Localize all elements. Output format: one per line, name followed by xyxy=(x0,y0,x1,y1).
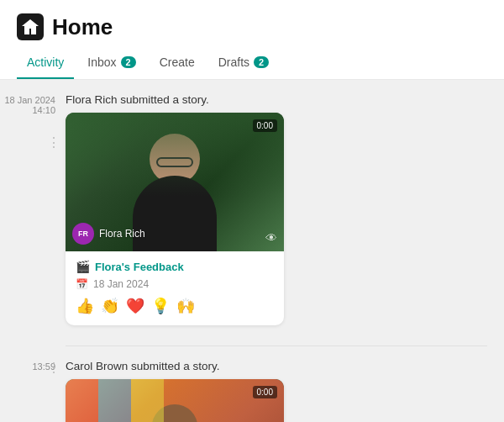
reactions-row: 👍 👏 ❤️ 💡 🙌 xyxy=(76,297,274,315)
tab-inbox[interactable]: Inbox 2 xyxy=(77,47,145,79)
avatar: FR xyxy=(72,223,94,245)
activity-description: Flora Rich submitted a story. xyxy=(66,93,487,106)
reaction-clap[interactable]: 👏 xyxy=(101,297,119,315)
home-icon xyxy=(17,13,44,40)
card-title[interactable]: Flora's Feedback xyxy=(95,261,184,273)
thumbnail-image xyxy=(66,379,284,422)
card-title-row: 🎬 Flora's Feedback xyxy=(76,260,274,273)
reaction-heart[interactable]: ❤️ xyxy=(126,297,144,315)
eye-icon[interactable]: 👁 xyxy=(265,231,277,245)
activity-description: Carol Brown submitted a story. xyxy=(66,360,487,372)
video-thumbnail[interactable]: 0:00 FR Flora Rich 👁 xyxy=(66,113,284,251)
card-body: 🎬 Flora's Feedback 📅 18 Jan 2024 👍 👏 ❤️ … xyxy=(66,251,284,325)
list-item: 18 Jan 2024 14:10 Flora Rich submitted a… xyxy=(0,93,504,346)
activity-content: Carol Brown submitted a story. xyxy=(66,360,504,422)
video-duration: 0:00 xyxy=(253,119,277,132)
stripe xyxy=(98,379,131,422)
reaction-raise[interactable]: 🙌 xyxy=(176,297,195,315)
activity-divider xyxy=(66,346,487,346)
inbox-badge: 2 xyxy=(121,56,136,68)
activity-time: 14:10 xyxy=(32,105,55,115)
card-date: 18 Jan 2024 xyxy=(93,278,149,290)
list-item: 13:59 Carol Brown submitted a story. xyxy=(0,360,504,422)
tab-create[interactable]: Create xyxy=(150,47,205,79)
activity-content: Flora Rich submitted a story. xyxy=(66,93,504,325)
page-title: Home xyxy=(52,14,113,40)
tabs-nav: Activity Inbox 2 Create Drafts 2 xyxy=(0,47,504,80)
time-column: 18 Jan 2024 14:10 xyxy=(0,93,66,325)
header: Home xyxy=(0,0,504,47)
activity-date: 18 Jan 2024 xyxy=(4,95,55,105)
video-thumbnail[interactable]: 0:00 CB xyxy=(66,379,284,422)
card-title-icon: 🎬 xyxy=(76,260,90,273)
more-options-button[interactable]: ⋮ xyxy=(47,361,60,375)
video-person-name: Flora Rich xyxy=(99,228,145,240)
tab-drafts[interactable]: Drafts 2 xyxy=(208,47,279,79)
reaction-bulb[interactable]: 💡 xyxy=(151,297,170,315)
stripe xyxy=(66,379,98,422)
video-avatar-row: FR Flora Rich xyxy=(72,223,145,245)
card-date-row: 📅 18 Jan 2024 xyxy=(76,278,274,290)
stripe xyxy=(131,379,164,422)
reaction-thumbsup[interactable]: 👍 xyxy=(76,297,94,315)
foliage-overlay xyxy=(66,113,284,196)
story-card[interactable]: 0:00 FR Flora Rich 👁 🎬 Flora's Feedback xyxy=(66,113,284,325)
calendar-icon: 📅 xyxy=(76,278,88,290)
story-card[interactable]: 0:00 CB xyxy=(66,379,284,422)
video-duration: 0:00 xyxy=(253,386,277,398)
tab-activity[interactable]: Activity xyxy=(17,47,74,79)
drafts-badge: 2 xyxy=(254,56,269,68)
content-area: 18 Jan 2024 14:10 Flora Rich submitted a… xyxy=(0,80,504,422)
more-options-button[interactable]: ⋮ xyxy=(47,136,60,150)
